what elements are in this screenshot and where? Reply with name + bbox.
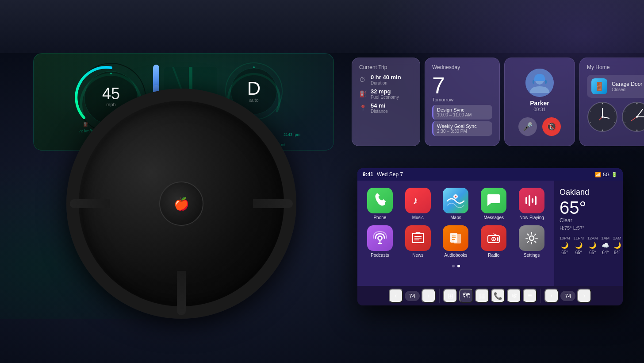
calendar-tomorrow-label: Tomorrow — [432, 97, 492, 102]
svg-rect-54 — [454, 234, 461, 243]
weather-hour-5: 2AM 🌙 64° — [613, 236, 621, 255]
status-date: Wed Sep 7 — [377, 171, 403, 178]
carplay-apps: Phone ♪ Music — [357, 181, 554, 286]
svg-point-37 — [625, 111, 625, 112]
weather-hour-1-icon: 🌙 — [561, 242, 568, 249]
app-audiobooks[interactable]: Audiobooks — [439, 225, 473, 258]
dock-right: ‹ 74 › — [541, 289, 595, 303]
svg-rect-43 — [529, 195, 530, 206]
dock-maps-button[interactable]: 🗺 — [459, 289, 473, 303]
calendar-panel: Wednesday 7 Tomorrow Design Sync 10:00 –… — [425, 58, 500, 146]
trip-economy-value: 32 mpg — [371, 88, 399, 95]
status-bar: 9:41 Wed Sep 7 📶 5G 🔋 — [357, 168, 623, 181]
app-settings[interactable]: Settings — [514, 225, 549, 258]
weather-hour-2-temp: 65° — [575, 250, 582, 255]
weather-hour-4-time: 1AM — [602, 236, 610, 240]
status-time: 9:41 — [363, 171, 373, 178]
weather-hour-1-time: 10PM — [560, 236, 570, 240]
battery-icon: 🔋 — [611, 172, 617, 178]
dock-right-temp: 74 — [560, 291, 575, 301]
weather-hour-2-icon: 🌙 — [575, 242, 583, 249]
apple-logo-icon: 🍎 — [174, 197, 189, 211]
svg-point-41 — [455, 196, 456, 197]
trip-panel: Current Trip ⏱ 0 hr 40 min Duration ⛽ 32… — [352, 58, 420, 146]
weather-hour-2-time: 11PM — [574, 236, 584, 240]
dock-right-forward-button[interactable]: › — [577, 289, 591, 303]
svg-point-22 — [614, 111, 615, 112]
news-app-icon — [405, 225, 431, 251]
wheel-spoke-right — [253, 199, 293, 208]
dock-right-back-button[interactable]: ‹ — [544, 289, 559, 303]
info-panels: Current Trip ⏱ 0 hr 40 min Duration ⛽ 32… — [352, 58, 637, 146]
settings-app-icon — [519, 225, 544, 251]
calendar-event-2[interactable]: Weekly Goal Sync 2:30 – 3:30 PM — [432, 121, 492, 136]
dock-fan-button[interactable]: ❄ — [507, 289, 521, 303]
maps-app-label: Maps — [450, 215, 461, 220]
fuel-icon: ⛽ — [359, 90, 367, 97]
trip-panel-title: Current Trip — [359, 64, 413, 70]
app-radio[interactable]: Radio — [476, 225, 511, 258]
news-app-label: News — [412, 253, 423, 258]
trip-distance-label: Distance — [371, 109, 388, 114]
podcasts-app-icon — [367, 225, 393, 251]
messages-app-icon — [481, 188, 506, 213]
trip-economy-label: Fuel Economy — [371, 95, 399, 100]
calendar-day-name: Wednesday — [432, 64, 492, 70]
dock-menu-button[interactable]: ≡ — [523, 289, 537, 303]
calendar-event-1[interactable]: Design Sync 10:00 – 11:00 AM — [432, 105, 492, 120]
app-messages[interactable]: Messages — [476, 188, 511, 220]
wheel-rim: 🍎 — [66, 89, 296, 319]
app-music[interactable]: ♪ Music — [401, 188, 435, 220]
svg-point-4 — [110, 73, 112, 74]
weather-hour-5-temp: 64° — [614, 250, 621, 255]
dock-forward-button[interactable]: › — [422, 289, 436, 303]
call-panel: Parker 00:31 🎤 📵 — [504, 58, 575, 146]
svg-point-21 — [602, 103, 603, 104]
garage-door-row[interactable]: 🚪 Garage Door Closed — [587, 75, 644, 98]
svg-point-26 — [590, 111, 591, 112]
page-dot-1 — [452, 265, 455, 267]
svg-rect-45 — [535, 196, 537, 205]
trip-duration-label: Duration — [371, 81, 401, 85]
end-call-button[interactable]: 📵 — [542, 117, 561, 136]
dock-phone-button[interactable]: 📞 — [491, 289, 505, 303]
home-clocks — [587, 101, 644, 132]
dock-apps-button[interactable]: ⊞ — [443, 289, 457, 303]
weather-hour-2: 11PM 🌙 65° — [574, 236, 584, 255]
dock-left: ‹ 74 › — [385, 289, 439, 303]
svg-point-31 — [636, 116, 638, 118]
carplay-screen: 9:41 Wed Sep 7 📶 5G 🔋 Phone ♪ — [357, 168, 623, 305]
weather-hourly: 10PM 🌙 65° 11PM 🌙 65° 12AM 🌙 65° 1AM ☁️ — [560, 236, 617, 255]
dock: ‹ 74 › ⊞ 🗺 ▦ 📞 ❄ ≡ ‹ 74 › — [357, 286, 623, 305]
calendar-event-2-title: Weekly Goal Sync — [437, 124, 489, 129]
svg-point-24 — [602, 130, 603, 131]
nowplaying-app-label: Now Playing — [519, 215, 544, 220]
app-news[interactable]: News — [401, 225, 435, 258]
signal-strength: 5G — [603, 172, 610, 177]
trip-duration-value: 0 hr 40 min — [371, 74, 401, 81]
svg-rect-61 — [497, 237, 498, 241]
audiobooks-app-label: Audiobooks — [444, 253, 467, 258]
dock-back-button[interactable]: ‹ — [389, 289, 403, 303]
music-app-label: Music — [412, 215, 424, 220]
caller-name: Parker — [530, 100, 549, 107]
trip-duration-row: ⏱ 0 hr 40 min Duration — [359, 74, 413, 85]
call-buttons: 🎤 📵 — [518, 117, 561, 136]
radio-app-label: Radio — [488, 253, 499, 258]
weather-hour-3-icon: 🌙 — [589, 242, 596, 249]
svg-point-20 — [602, 116, 603, 118]
app-podcasts[interactable]: Podcasts — [363, 225, 397, 258]
analog-clock-2 — [621, 101, 644, 132]
page-dots — [363, 265, 549, 267]
wifi-icon: 📶 — [595, 172, 601, 178]
weather-hour-3: 12AM 🌙 65° — [587, 236, 598, 255]
svg-point-25 — [590, 122, 591, 123]
app-maps[interactable]: Maps — [439, 188, 473, 220]
weather-hour-3-temp: 65° — [589, 250, 596, 255]
mute-button[interactable]: 🎤 — [518, 117, 537, 136]
app-phone[interactable]: Phone — [363, 188, 397, 220]
weather-hour-5-time: 2AM — [613, 236, 621, 240]
dock-grid-button[interactable]: ▦ — [475, 289, 489, 303]
settings-app-label: Settings — [524, 253, 540, 258]
app-nowplaying[interactable]: Now Playing — [514, 188, 549, 220]
